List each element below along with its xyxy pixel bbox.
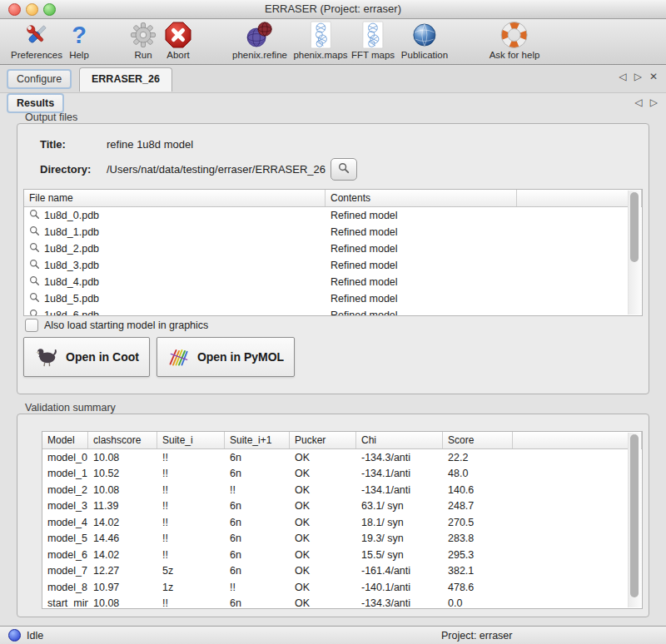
tab-erraser-26[interactable]: ERRASER_26 bbox=[79, 67, 172, 92]
validation-row[interactable]: model_810.971z!!OK-140.1/anti478.6 bbox=[42, 579, 642, 596]
file-row[interactable]: 1u8d_6.pdbRefined model bbox=[24, 307, 642, 316]
validation-row[interactable]: model_110.52!!6nOK-134.1/anti48.0 bbox=[42, 466, 642, 483]
validation-cell: !! bbox=[157, 533, 225, 544]
column-header-contents[interactable]: Contents bbox=[326, 190, 517, 206]
subtab-scroll-left-icon[interactable]: ◁ bbox=[635, 97, 643, 108]
validation-cell: 270.5 bbox=[443, 517, 513, 528]
file-row[interactable]: 1u8d_5.pdbRefined model bbox=[24, 290, 642, 307]
validation-cell: OK bbox=[290, 533, 356, 544]
validation-cell: OK bbox=[290, 549, 356, 561]
column-header-empty bbox=[517, 190, 642, 206]
validation-cell: 6n bbox=[225, 500, 290, 512]
title-value: refine 1u8d model bbox=[107, 138, 193, 151]
phenix-refine-button[interactable]: phenix.refine bbox=[232, 20, 287, 60]
toolbar-item-label: Publication bbox=[401, 50, 448, 60]
validation-row[interactable]: start_min10.08!!6nOK-134.3/anti0.0 bbox=[42, 596, 642, 610]
validation-cell: OK bbox=[290, 484, 356, 496]
column-header-file-name[interactable]: File name bbox=[24, 190, 326, 206]
file-magnifier-icon bbox=[29, 242, 40, 255]
column-header-score[interactable]: Score bbox=[443, 432, 513, 448]
validation-row[interactable]: model_210.08!!!!OK-134.1/anti140.6 bbox=[42, 482, 642, 498]
validation-cell: model_0 bbox=[42, 452, 88, 463]
validation-row[interactable]: model_712.275z6nOK-161.4/anti382.1 bbox=[42, 563, 642, 580]
validation-cell: 6n bbox=[225, 468, 290, 479]
status-bar: Idle Project: erraser bbox=[0, 626, 666, 644]
validation-cell: 22.2 bbox=[443, 452, 513, 463]
file-table-scrollbar[interactable] bbox=[628, 191, 641, 315]
toolbar-item-label: Help bbox=[69, 50, 89, 60]
validation-row[interactable]: model_514.46!!6nOK19.3/ syn283.8 bbox=[42, 531, 642, 547]
column-header-pucker[interactable]: Pucker bbox=[290, 432, 356, 448]
file-row[interactable]: 1u8d_2.pdbRefined model bbox=[24, 240, 642, 257]
validation-row[interactable]: model_311.39!!6nOK63.1/ syn248.7 bbox=[42, 498, 642, 515]
ask-for-help-button[interactable]: Ask for help bbox=[490, 20, 540, 60]
file-table-header: File name Contents bbox=[24, 190, 642, 207]
file-magnifier-icon bbox=[29, 309, 40, 316]
open-in-pymol-button[interactable]: Open in PyMOL bbox=[157, 337, 295, 377]
file-table-body: 1u8d_0.pdbRefined model1u8d_1.pdbRefined… bbox=[24, 207, 642, 316]
file-name: 1u8d_4.pdb bbox=[44, 276, 99, 288]
open-in-coot-button[interactable]: Open in Coot bbox=[23, 337, 150, 377]
column-header-model[interactable]: Model bbox=[42, 432, 88, 448]
validation-cell: 14.46 bbox=[88, 533, 157, 544]
file-row[interactable]: 1u8d_1.pdbRefined model bbox=[24, 224, 642, 240]
file-contents: Refined model bbox=[326, 293, 517, 305]
file-contents: Refined model bbox=[326, 226, 517, 238]
browse-directory-button[interactable] bbox=[331, 158, 357, 181]
open-in-pymol-label: Open in PyMOL bbox=[197, 350, 284, 364]
file-contents: Refined model bbox=[326, 210, 517, 221]
column-header-suite-i1[interactable]: Suite_i+1 bbox=[225, 432, 290, 448]
erraser-window: ERRASER (Project: erraser) Preference bbox=[0, 0, 666, 644]
validation-cell: -134.1/anti bbox=[356, 484, 443, 496]
validation-cell: OK bbox=[290, 582, 356, 593]
run-button[interactable]: Run bbox=[128, 20, 158, 60]
validation-table-scrollbar[interactable] bbox=[628, 433, 641, 607]
tab-results[interactable]: Results bbox=[7, 93, 64, 113]
file-magnifier-icon bbox=[29, 259, 40, 272]
toolbar-item-label: Abort bbox=[166, 50, 190, 60]
column-header-clashscore[interactable]: clashscore bbox=[88, 432, 157, 448]
validation-cell: 63.1/ syn bbox=[356, 500, 443, 512]
validation-cell: 0.0 bbox=[443, 597, 513, 609]
abort-button[interactable]: Abort bbox=[163, 20, 193, 60]
tab-close-icon[interactable]: ✕ bbox=[649, 71, 658, 82]
preferences-button[interactable]: Preferences bbox=[11, 20, 62, 60]
pymol-ribbon-icon bbox=[167, 344, 191, 370]
validation-cell: -161.4/anti bbox=[356, 565, 443, 577]
column-header-chi[interactable]: Chi bbox=[356, 432, 443, 448]
tab-configure[interactable]: Configure bbox=[7, 69, 72, 89]
file-magnifier-icon bbox=[29, 225, 40, 239]
validation-table-scroll-thumb[interactable] bbox=[630, 434, 639, 597]
validation-cell: 6n bbox=[225, 533, 290, 544]
tab-scroll-right-icon[interactable]: ▷ bbox=[634, 71, 642, 82]
maps-mesh-icon bbox=[306, 20, 335, 50]
phenix-maps-button[interactable]: phenix.maps bbox=[293, 20, 347, 60]
publication-button[interactable]: Publication bbox=[401, 20, 448, 60]
toolbar-item-label: Run bbox=[134, 50, 152, 60]
file-row[interactable]: 1u8d_4.pdbRefined model bbox=[24, 274, 642, 290]
status-idle-icon bbox=[8, 629, 21, 642]
status-text: Idle bbox=[27, 630, 43, 642]
help-button[interactable]: ? Help bbox=[64, 20, 94, 60]
tab-scroll-left-icon[interactable]: ◁ bbox=[619, 71, 626, 82]
validation-cell: 15.5/ syn bbox=[356, 549, 443, 561]
validation-row[interactable]: model_010.08!!6nOK-134.3/anti22.2 bbox=[42, 449, 642, 466]
fft-maps-button[interactable]: FFT maps bbox=[351, 20, 395, 60]
validation-section-label: Validation summary bbox=[25, 402, 116, 414]
validation-row[interactable]: model_614.02!!6nOK15.5/ syn295.3 bbox=[42, 547, 642, 563]
validation-cell: 6n bbox=[225, 517, 290, 528]
file-row[interactable]: 1u8d_0.pdbRefined model bbox=[24, 207, 642, 224]
validation-cell: OK bbox=[290, 565, 356, 577]
column-header-suite-i[interactable]: Suite_i bbox=[157, 432, 225, 448]
file-row[interactable]: 1u8d_3.pdbRefined model bbox=[24, 257, 642, 274]
validation-cell: 10.08 bbox=[88, 597, 157, 609]
validation-cell: 1z bbox=[157, 582, 225, 593]
load-starting-model-checkbox[interactable] bbox=[25, 319, 38, 332]
validation-cell: !! bbox=[157, 597, 225, 609]
sub-tab-strip: Results ◁ ▷ bbox=[0, 93, 666, 115]
validation-cell: -134.3/anti bbox=[356, 597, 443, 609]
toolbar-item-label: phenix.maps bbox=[293, 50, 347, 60]
subtab-scroll-right-icon[interactable]: ▷ bbox=[650, 97, 658, 108]
validation-row[interactable]: model_414.02!!6nOK18.1/ syn270.5 bbox=[42, 514, 642, 531]
file-table-scroll-thumb[interactable] bbox=[630, 192, 639, 262]
